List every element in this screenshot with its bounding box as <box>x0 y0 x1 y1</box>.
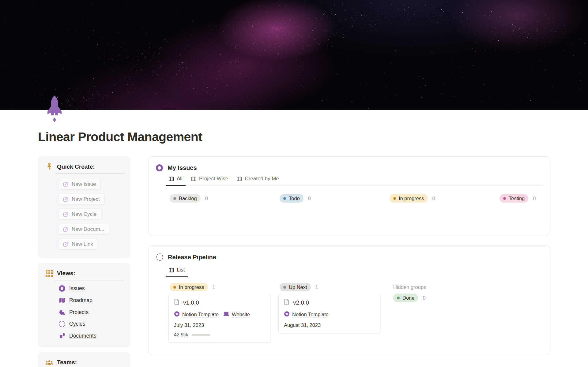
notion-template-icon <box>174 311 180 318</box>
tab-project-wise[interactable]: Project Wise <box>188 176 231 186</box>
status-label: In progress <box>179 284 204 290</box>
cover-image <box>0 0 588 110</box>
rocket-page-icon[interactable] <box>47 95 62 124</box>
quick-create-panel: Quick Create: New Issue New Project New … <box>38 156 130 258</box>
release-date: July 31, 2023 <box>174 322 265 328</box>
my-issues-header: My Issues <box>156 164 550 171</box>
status-dot <box>393 197 396 200</box>
release-pipeline-tabs: List <box>166 267 543 277</box>
group-count: 1 <box>315 284 318 290</box>
sidebar-item-issues[interactable]: Issues <box>58 285 124 292</box>
notion-page: Linear Product Management Quick Create: <box>0 0 588 367</box>
status-badge-in-progress[interactable]: In progress <box>170 283 208 291</box>
tab-label: List <box>177 267 185 273</box>
status-label: Backlog <box>179 196 197 201</box>
view-link-label: Projects <box>69 309 89 316</box>
status-badge-todo[interactable]: Todo <box>280 194 303 203</box>
release-pipeline-title: Release Pipeline <box>168 254 216 261</box>
content-area: Quick Create: New Issue New Project New … <box>38 156 550 367</box>
notion-template-link[interactable]: Notion Template <box>174 311 219 318</box>
view-link-label: Roadmap <box>69 297 92 304</box>
sidebar-item-documents[interactable]: Documents <box>58 332 124 339</box>
status-badge-up-next[interactable]: Up Next <box>280 283 311 291</box>
new-link-button[interactable]: New Link <box>58 239 98 250</box>
status-label: Up Next <box>289 284 307 290</box>
documents-icon <box>58 332 66 339</box>
view-link-label: Issues <box>69 285 85 292</box>
grid-icon <box>45 270 53 277</box>
status-dot <box>283 286 286 289</box>
button-label: New Link <box>72 241 93 247</box>
board-view-icon <box>169 268 174 273</box>
release-column-up-next: Up Next 1 v2.0.0 <box>280 283 390 343</box>
pushpin-icon <box>45 163 53 170</box>
notion-template-link[interactable]: Notion Template <box>284 311 329 318</box>
status-dot <box>173 197 176 200</box>
group-count: 0 <box>432 196 435 201</box>
website-icon <box>223 311 229 318</box>
status-dot <box>173 286 176 289</box>
my-issues-title: My Issues <box>168 164 197 171</box>
hidden-groups-label: Hidden groups <box>393 283 499 291</box>
button-label: New Project <box>72 196 100 202</box>
group-count: 0 <box>423 295 425 301</box>
compose-icon <box>63 182 69 187</box>
my-issues-tabs: All Project Wise Created by Me <box>166 176 543 186</box>
status-label: Todo <box>289 196 300 201</box>
new-document-button[interactable]: New Docum... <box>58 224 109 235</box>
group-count: 1 <box>213 284 215 290</box>
group-count: 0 <box>205 196 208 201</box>
release-title: v1.0.0 <box>183 299 199 306</box>
tab-label: All <box>177 176 183 182</box>
sidebar-item-cycles[interactable]: Cycles <box>58 321 124 327</box>
progress-bar <box>191 334 210 336</box>
notion-template-icon <box>284 311 290 318</box>
teams-panel: Teams: <box>38 352 130 367</box>
new-issue-button[interactable]: New Issue <box>58 179 101 190</box>
column-backlog: Backlog 0 <box>170 194 280 203</box>
compose-icon <box>63 197 69 202</box>
tab-created-by-me[interactable]: Created by Me <box>234 176 282 186</box>
divider <box>55 173 124 174</box>
sidebar-item-roadmap[interactable]: Roadmap <box>58 297 124 304</box>
my-issues-board: Backlog 0 Todo 0 <box>170 194 550 203</box>
views-list: Issues Roadmap Projects <box>58 285 124 339</box>
rocket-icon <box>47 95 62 124</box>
link-label: Notion Template <box>182 312 219 317</box>
status-badge-in-progress[interactable]: In progress <box>390 194 428 203</box>
views-header: Views: <box>45 270 124 277</box>
compose-icon <box>63 227 69 232</box>
status-badge-done[interactable]: Done <box>393 294 418 302</box>
board-view-icon <box>169 176 174 182</box>
release-card-v1[interactable]: v1.0.0 Notion Template <box>168 294 270 343</box>
quick-create-title: Quick Create: <box>57 163 95 170</box>
release-board: In progress 1 v1.0.0 <box>170 283 550 343</box>
sidebar-item-projects[interactable]: Projects <box>58 309 124 316</box>
cycle-dashed-icon <box>156 253 163 261</box>
divider <box>55 280 124 280</box>
website-link[interactable]: Website <box>223 311 250 318</box>
tab-label: Project Wise <box>199 176 228 182</box>
status-label: In progress <box>399 196 424 201</box>
issues-icon <box>58 285 66 292</box>
link-label: Notion Template <box>292 312 329 317</box>
column-in-progress: In progress 0 <box>390 194 499 203</box>
sidebar: Quick Create: New Issue New Project New … <box>38 156 130 367</box>
new-cycle-button[interactable]: New Cycle <box>58 209 101 220</box>
tab-list[interactable]: List <box>166 267 188 277</box>
status-label: Done <box>402 295 414 301</box>
new-project-button[interactable]: New Project <box>58 194 105 205</box>
issues-donut-icon <box>156 164 163 171</box>
status-badge-testing[interactable]: Testing <box>499 194 528 203</box>
release-title: v2.0.0 <box>293 299 309 306</box>
page-title: Linear Product Management <box>38 130 202 144</box>
board-view-icon <box>237 176 242 182</box>
compose-icon <box>63 242 69 247</box>
release-card-v2[interactable]: v2.0.0 Notion Template August <box>278 294 380 333</box>
cycles-icon <box>58 321 66 327</box>
status-label: Testing <box>509 196 525 201</box>
roadmap-icon <box>58 297 66 304</box>
status-dot <box>283 197 286 200</box>
status-badge-backlog[interactable]: Backlog <box>170 194 201 203</box>
tab-all[interactable]: All <box>166 176 186 186</box>
